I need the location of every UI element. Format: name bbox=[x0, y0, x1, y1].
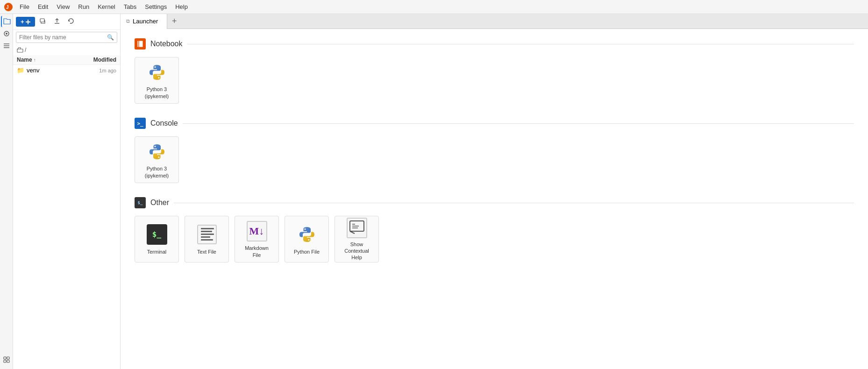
section-divider-console bbox=[183, 123, 854, 124]
svg-point-20 bbox=[154, 66, 156, 68]
sidebar-icon-running[interactable] bbox=[1, 28, 12, 39]
textfile-label: Text File bbox=[197, 248, 216, 255]
file-panel: + 🔍 / Name ↑ bbox=[13, 14, 121, 369]
notebook-python3-card[interactable]: Python 3(ipykernel) bbox=[135, 57, 179, 104]
other-grid: $_ Terminal bbox=[135, 216, 854, 263]
section-title-notebook: Notebook bbox=[150, 40, 183, 48]
svg-rect-8 bbox=[7, 357, 9, 359]
menu-kernel[interactable]: Kernel bbox=[94, 2, 119, 11]
sidebar-icon-commands[interactable] bbox=[1, 40, 12, 51]
pythonfile-card[interactable]: Python File bbox=[285, 216, 329, 263]
section-header-other: $_ Other bbox=[135, 197, 854, 208]
contextual-help-card[interactable]: ShowContextualHelp bbox=[334, 216, 379, 263]
section-title-other: Other bbox=[150, 199, 169, 207]
sort-arrow: ↑ bbox=[34, 57, 36, 63]
other-section-icon: $_ bbox=[135, 197, 146, 208]
new-launcher-button[interactable]: + bbox=[16, 17, 35, 27]
file-list-header: Name ↑ Modified bbox=[13, 55, 120, 65]
folder-icon: 📁 bbox=[17, 67, 24, 74]
menu-file[interactable]: File bbox=[16, 2, 33, 11]
pythonfile-label: Python File bbox=[294, 248, 320, 255]
textfile-card[interactable]: Text File bbox=[185, 216, 229, 263]
svg-rect-9 bbox=[4, 360, 6, 362]
menu-run[interactable]: Run bbox=[74, 2, 93, 11]
breadcrumb: / bbox=[13, 45, 120, 55]
textfile-icon bbox=[196, 223, 218, 246]
pythonfile-icon bbox=[296, 223, 318, 246]
search-box: 🔍 bbox=[16, 32, 117, 43]
section-divider-notebook bbox=[187, 44, 854, 44]
markdown-label: MarkdownFile bbox=[245, 245, 269, 258]
sidebar-icons bbox=[0, 14, 13, 369]
console-grid: Python 3(ipykernel) bbox=[135, 136, 854, 183]
notebook-section-icon bbox=[135, 38, 146, 50]
column-modified: Modified bbox=[84, 57, 116, 63]
section-divider-other bbox=[174, 203, 854, 203]
upload-files-button[interactable] bbox=[51, 16, 63, 28]
notebook-python3-icon bbox=[146, 61, 168, 83]
search-icon: 🔍 bbox=[104, 32, 117, 43]
svg-point-24 bbox=[304, 228, 306, 230]
menu-help[interactable]: Help bbox=[171, 2, 192, 11]
notebook-python3-label: Python 3(ipykernel) bbox=[145, 86, 169, 99]
svg-rect-17 bbox=[137, 41, 143, 47]
menubar: J File Edit View Run Kernel Tabs Setting… bbox=[0, 0, 868, 14]
sidebar-icon-files[interactable] bbox=[1, 16, 12, 27]
tab-label: Launcher bbox=[133, 18, 158, 25]
console-python3-card[interactable]: Python 3(ipykernel) bbox=[135, 136, 179, 183]
content-area: ⧉ Launcher + Notebook bbox=[121, 14, 868, 369]
menu-edit[interactable]: Edit bbox=[34, 2, 52, 11]
svg-point-22 bbox=[154, 146, 156, 147]
main-layout: + 🔍 / Name ↑ bbox=[0, 14, 868, 369]
tab-icon: ⧉ bbox=[126, 18, 130, 24]
tab-launcher[interactable]: ⧉ Launcher bbox=[121, 14, 167, 29]
console-python3-label: Python 3(ipykernel) bbox=[145, 165, 169, 179]
column-name[interactable]: Name ↑ bbox=[17, 57, 84, 63]
section-header-console: >_ Console bbox=[135, 118, 854, 129]
terminal-label: Terminal bbox=[147, 248, 167, 255]
markdown-card[interactable]: M↓ MarkdownFile bbox=[235, 216, 279, 263]
breadcrumb-path: / bbox=[25, 47, 26, 53]
file-toolbar: + bbox=[13, 14, 120, 30]
svg-point-21 bbox=[158, 77, 159, 78]
list-item[interactable]: 📁 venv 1m ago bbox=[13, 65, 120, 76]
svg-point-25 bbox=[308, 239, 309, 241]
sidebar-icon-extensions[interactable] bbox=[1, 354, 12, 365]
help-label: ShowContextualHelp bbox=[344, 241, 369, 261]
file-item-modified: 1m ago bbox=[84, 68, 116, 73]
console-section-icon: >_ bbox=[135, 118, 146, 129]
file-list: 📁 venv 1m ago bbox=[13, 65, 120, 369]
terminal-card[interactable]: $_ Terminal bbox=[135, 216, 179, 263]
terminal-icon: $_ bbox=[146, 223, 168, 246]
app-logo: J bbox=[4, 2, 13, 12]
svg-text:J: J bbox=[6, 5, 9, 10]
menu-settings[interactable]: Settings bbox=[141, 2, 171, 11]
menu-tabs[interactable]: Tabs bbox=[120, 2, 140, 11]
search-input[interactable] bbox=[16, 32, 104, 43]
launcher: Notebook bbox=[121, 29, 868, 369]
notebook-grid: Python 3(ipykernel) bbox=[135, 57, 854, 104]
svg-point-23 bbox=[158, 156, 159, 158]
upload-button[interactable] bbox=[37, 16, 49, 28]
svg-rect-7 bbox=[4, 357, 6, 359]
section-title-console: Console bbox=[150, 119, 178, 128]
refresh-button[interactable] bbox=[65, 16, 77, 28]
file-item-name: venv bbox=[27, 67, 84, 74]
help-icon bbox=[346, 218, 368, 238]
svg-rect-10 bbox=[7, 360, 9, 362]
section-header-notebook: Notebook bbox=[135, 38, 854, 50]
console-python3-icon bbox=[146, 141, 168, 163]
svg-point-3 bbox=[6, 33, 7, 35]
markdown-icon: M↓ bbox=[246, 220, 268, 242]
svg-rect-16 bbox=[17, 49, 23, 52]
menu-view[interactable]: View bbox=[53, 2, 73, 11]
tab-bar: ⧉ Launcher + bbox=[121, 14, 868, 29]
tab-add-button[interactable]: + bbox=[167, 14, 182, 29]
svg-rect-13 bbox=[40, 19, 44, 22]
